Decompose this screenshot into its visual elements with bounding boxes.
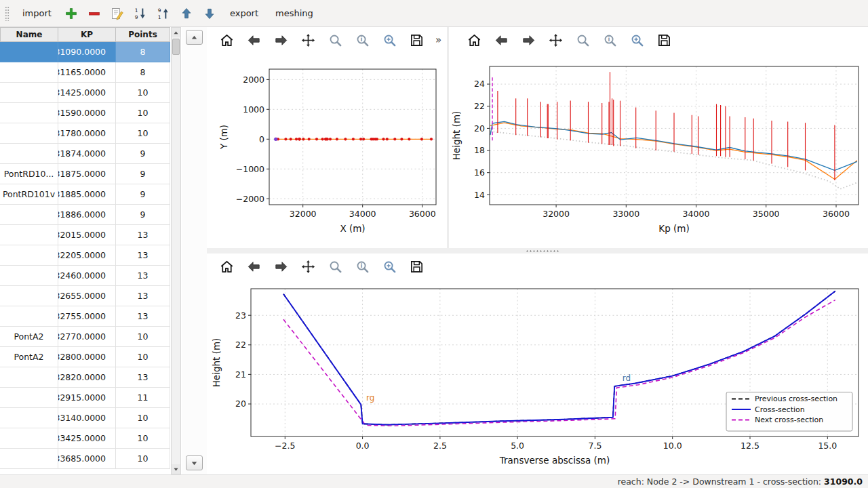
back-button[interactable] bbox=[492, 31, 511, 49]
plots-area: i» 320003400036000−2000−1000010002000X (… bbox=[207, 27, 868, 474]
column-header-kp[interactable]: KP bbox=[58, 27, 116, 42]
longitudinal-profile-plot-panel: i 3200033000340003500036000141618202224K… bbox=[449, 27, 868, 248]
home-button[interactable] bbox=[218, 31, 236, 49]
table-row[interactable]: PontRD10...31875.00009 bbox=[0, 164, 170, 184]
zoom-info-button[interactable]: i bbox=[601, 31, 619, 49]
arrow-down-icon[interactable] bbox=[201, 5, 218, 22]
table-scrollbar[interactable] bbox=[171, 27, 181, 474]
zoom-button[interactable] bbox=[326, 31, 344, 49]
table-row[interactable]: PontRD101v31885.00009 bbox=[0, 184, 170, 205]
svg-text:14: 14 bbox=[474, 190, 485, 200]
move-up-button[interactable] bbox=[186, 30, 203, 45]
table-row[interactable]: 32460.000013 bbox=[0, 266, 170, 286]
cell-name bbox=[0, 205, 58, 225]
table-row[interactable]: 32015.000013 bbox=[0, 225, 170, 245]
cell-kp: 32770.0000 bbox=[58, 327, 116, 347]
home-button[interactable] bbox=[465, 31, 484, 49]
back-button[interactable] bbox=[245, 258, 263, 276]
table-row[interactable]: PontA232800.000010 bbox=[0, 347, 170, 367]
svg-text:Next cross-section: Next cross-section bbox=[755, 415, 823, 424]
horizontal-splitter[interactable] bbox=[207, 248, 868, 253]
table-row[interactable]: 32205.000013 bbox=[0, 245, 170, 266]
cell-kp: 32800.0000 bbox=[58, 347, 116, 367]
zoom-plus-button[interactable] bbox=[380, 258, 399, 276]
sort-descending-icon[interactable]: 91 bbox=[155, 5, 172, 22]
svg-text:24: 24 bbox=[474, 79, 485, 89]
forward-button[interactable] bbox=[519, 31, 538, 49]
svg-text:2.5: 2.5 bbox=[433, 441, 447, 451]
splitter-grip-icon[interactable] bbox=[526, 250, 559, 252]
arrow-up-icon[interactable] bbox=[178, 5, 195, 22]
svg-text:16: 16 bbox=[474, 167, 485, 178]
move-down-button[interactable] bbox=[186, 455, 203, 470]
cell-points: 10 bbox=[116, 449, 170, 469]
svg-text:20: 20 bbox=[474, 123, 485, 134]
table-row[interactable]: 32820.000013 bbox=[0, 367, 170, 388]
status-text: reach: Node 2 -> Downstream 1 - cross-se… bbox=[618, 476, 821, 487]
table-row[interactable]: 32655.000013 bbox=[0, 286, 170, 306]
svg-text:36000: 36000 bbox=[409, 209, 436, 219]
cross-section-chart[interactable]: −2.50.02.55.07.510.012.515.020212223Tran… bbox=[207, 279, 868, 474]
table-row[interactable]: 31425.000010 bbox=[0, 83, 170, 103]
menu-item-meshing[interactable]: meshing bbox=[270, 5, 319, 21]
zoom-button[interactable] bbox=[574, 31, 592, 49]
svg-text:−1000: −1000 bbox=[236, 164, 264, 174]
table-row[interactable]: 31886.00009 bbox=[0, 205, 170, 225]
table-row[interactable]: 31874.00009 bbox=[0, 144, 170, 164]
sort-ascending-icon[interactable]: 19 bbox=[132, 5, 149, 22]
cell-kp: 31886.0000 bbox=[58, 205, 116, 225]
cell-points: 13 bbox=[116, 367, 170, 388]
toolbar-drag-handle bbox=[5, 6, 9, 21]
table-row[interactable]: 31165.00008 bbox=[0, 62, 170, 83]
column-header-name[interactable]: Name bbox=[0, 27, 58, 42]
cell-kp: 31875.0000 bbox=[58, 164, 116, 184]
zoom-info-button[interactable]: i bbox=[353, 258, 372, 276]
forward-button[interactable] bbox=[272, 31, 290, 49]
longitudinal-profile-chart[interactable]: 3200033000340003500036000141618202224Kp … bbox=[449, 53, 868, 248]
pan-button[interactable] bbox=[299, 31, 317, 49]
menu-item-import[interactable]: import bbox=[17, 5, 57, 21]
cell-points: 13 bbox=[116, 225, 170, 245]
cell-name bbox=[0, 408, 58, 428]
scrollbar-thumb[interactable] bbox=[172, 39, 180, 55]
scrollbar-up-icon[interactable] bbox=[172, 28, 180, 37]
forward-button[interactable] bbox=[272, 258, 290, 276]
table-row[interactable]: 33425.000010 bbox=[0, 428, 170, 449]
save-button[interactable] bbox=[408, 31, 426, 49]
remove-icon[interactable] bbox=[86, 5, 103, 22]
zoom-plus-button[interactable] bbox=[380, 31, 399, 49]
cross-sections-table-panel: NameKPPoints 31090.0000831165.0000831425… bbox=[0, 27, 170, 474]
save-button[interactable] bbox=[408, 258, 426, 276]
cell-points: 10 bbox=[116, 123, 170, 144]
zoom-info-button[interactable]: i bbox=[353, 31, 372, 49]
table-row[interactable]: 32915.000011 bbox=[0, 388, 170, 408]
toolbar-overflow-button[interactable]: » bbox=[435, 34, 441, 46]
save-button[interactable] bbox=[655, 31, 673, 49]
edit-icon[interactable] bbox=[109, 5, 126, 22]
svg-text:X (m): X (m) bbox=[340, 223, 365, 234]
home-button[interactable] bbox=[218, 258, 236, 276]
zoom-plus-button[interactable] bbox=[628, 31, 646, 49]
svg-text:−2000: −2000 bbox=[236, 194, 264, 204]
table-row[interactable]: 31090.00008 bbox=[0, 42, 170, 62]
pan-button[interactable] bbox=[547, 31, 565, 49]
table-row[interactable]: PontA232770.000010 bbox=[0, 327, 170, 347]
back-button[interactable] bbox=[245, 31, 263, 49]
column-header-points[interactable]: Points bbox=[116, 27, 170, 42]
table-row[interactable]: 31590.000010 bbox=[0, 103, 170, 123]
pan-button[interactable] bbox=[299, 258, 317, 276]
zoom-button[interactable] bbox=[326, 258, 344, 276]
plan-view-chart[interactable]: 320003400036000−2000−1000010002000X (m)Y… bbox=[207, 53, 447, 248]
menu-item-export[interactable]: export bbox=[224, 5, 264, 21]
table-row[interactable]: 33685.000010 bbox=[0, 449, 170, 469]
cell-name: PontA2 bbox=[0, 347, 58, 367]
cell-points: 9 bbox=[116, 184, 170, 205]
table-row[interactable]: 31780.000010 bbox=[0, 123, 170, 144]
table-row[interactable]: 33140.000010 bbox=[0, 408, 170, 428]
cell-points: 8 bbox=[116, 42, 170, 62]
scrollbar-down-icon[interactable] bbox=[172, 464, 180, 474]
svg-text:23: 23 bbox=[235, 310, 246, 321]
add-icon[interactable] bbox=[63, 5, 80, 22]
svg-text:35000: 35000 bbox=[753, 209, 780, 219]
table-row[interactable]: 32755.000013 bbox=[0, 306, 170, 327]
